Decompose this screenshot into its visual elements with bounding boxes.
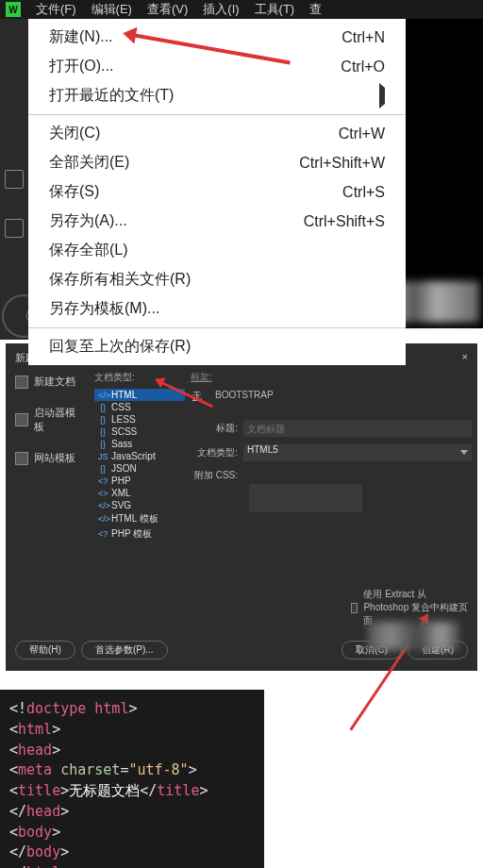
- doctype-label: JSON: [111, 463, 137, 474]
- doctype-item[interactable]: {}Sass: [94, 438, 185, 450]
- preferences-button[interactable]: 首选参数(P)...: [81, 641, 168, 659]
- doctype-label: Sass: [111, 439, 132, 449]
- menu-item[interactable]: 回复至上次的保存(R): [28, 332, 406, 361]
- doctype-label: HTML: [111, 390, 137, 400]
- menu-item-label: 回复至上次的保存(R): [49, 337, 191, 357]
- menu-item-shortcut: Ctrl+Shift+S: [304, 213, 385, 230]
- doctype-select[interactable]: HTML5: [243, 444, 472, 461]
- doctype-item[interactable]: </>HTML: [94, 389, 185, 401]
- doctype-icon: </>: [98, 514, 108, 524]
- chevron-right-icon: [379, 83, 385, 108]
- menu-item-label: 新建(N)...: [49, 27, 113, 47]
- menu-item-label: 打开最近的文件(T): [49, 86, 174, 106]
- dialog-sidebar: 新建文档启动器模板网站模板: [11, 371, 89, 627]
- sidebar-item-icon: [15, 413, 28, 426]
- doctype-label: SCSS: [111, 426, 137, 437]
- doctype-icon: {}: [98, 464, 108, 474]
- blurred-region-2: [368, 622, 458, 650]
- welcome-gutter: [0, 19, 28, 340]
- doctype-item[interactable]: {}SCSS: [94, 426, 185, 438]
- menu-item-label: 关闭(C): [49, 124, 100, 143]
- doctype-item[interactable]: <>XML: [94, 487, 185, 499]
- file-menu-panel: W 文件(F) 编辑(E) 查看(V) 插入(I) 工具(T) 查 〈 新建(N…: [0, 0, 483, 328]
- doctype-label: JavaScript: [111, 451, 156, 461]
- doctype-item[interactable]: </>HTML 模板: [94, 511, 185, 526]
- doctype-icon: {}: [98, 415, 108, 425]
- menu-item-shortcut: Ctrl+N: [341, 29, 385, 46]
- menu-item[interactable]: 另存为模板(M)...: [28, 294, 406, 324]
- menu-item-label: 另存为模板(M)...: [49, 299, 159, 319]
- code-line: <body>: [9, 823, 255, 843]
- sidebar-item-label: 新建文档: [34, 375, 75, 389]
- code-line: </body>: [9, 843, 255, 863]
- menu-item-shortcut: Ctrl+Shift+W: [299, 155, 385, 172]
- attached-css-list[interactable]: [249, 484, 362, 512]
- menu-item[interactable]: 关闭(C)Ctrl+W: [28, 119, 406, 148]
- menu-find-partial[interactable]: 查: [309, 1, 322, 18]
- gutter-icon-1[interactable]: [5, 170, 24, 189]
- menu-edit[interactable]: 编辑(E): [92, 1, 132, 18]
- app-logo: W: [6, 2, 21, 17]
- menubar: W 文件(F) 编辑(E) 查看(V) 插入(I) 工具(T) 查: [0, 0, 483, 19]
- title-label: 标题:: [191, 422, 243, 435]
- doctype-column: 文档类型: </>HTML{}CSS{}LESS{}SCSS{}SassJSJa…: [94, 371, 185, 627]
- doctype-item[interactable]: <?PHP: [94, 475, 185, 487]
- doctype-item[interactable]: {}CSS: [94, 401, 185, 413]
- menu-item[interactable]: 另存为(A)...Ctrl+Shift+S: [28, 207, 406, 236]
- sidebar-item[interactable]: 新建文档: [11, 371, 89, 392]
- menu-item[interactable]: 打开最近的文件(T): [28, 81, 406, 110]
- menu-item-label: 另存为(A)...: [49, 211, 127, 231]
- title-input[interactable]: [243, 420, 472, 437]
- menu-item-label: 全部关闭(E): [49, 153, 129, 173]
- sidebar-item[interactable]: 启动器模板: [11, 402, 89, 438]
- doctype-label: CSS: [111, 402, 131, 412]
- doctype-icon: <?: [98, 529, 108, 539]
- sidebar-item-icon: [15, 452, 28, 465]
- menu-file[interactable]: 文件(F): [36, 1, 76, 18]
- code-line: <head>: [9, 741, 255, 761]
- close-icon[interactable]: ×: [462, 351, 468, 365]
- doctype-item[interactable]: </>SVG: [94, 499, 185, 511]
- doctype-label: LESS: [111, 414, 136, 425]
- menu-item-shortcut: Ctrl+S: [342, 184, 385, 201]
- menu-tools[interactable]: 工具(T): [255, 1, 295, 18]
- framework-tab-bootstrap[interactable]: BOOTSTRAP: [215, 390, 274, 403]
- menu-insert[interactable]: 插入(I): [203, 1, 239, 18]
- doctype-label: XML: [111, 488, 131, 498]
- css-label: 附加 CSS:: [191, 469, 243, 482]
- menu-item-label: 打开(O)...: [49, 57, 113, 76]
- doctype-label: HTML 模板: [111, 512, 158, 526]
- doctype-icon: <>: [98, 489, 108, 498]
- menu-item[interactable]: 保存所有相关文件(R): [28, 265, 406, 294]
- menu-item[interactable]: 保存全部(L): [28, 236, 406, 265]
- sidebar-item-label: 网站模板: [34, 451, 75, 465]
- menu-item[interactable]: 打开(O)...Ctrl+O: [28, 52, 406, 81]
- menu-item-label: 保存所有相关文件(R): [49, 270, 191, 290]
- menu-item[interactable]: 全部关闭(E)Ctrl+Shift+W: [28, 148, 406, 177]
- menu-view[interactable]: 查看(V): [147, 1, 188, 18]
- doctype-header: 文档类型:: [94, 371, 185, 386]
- doctype-label: PHP: [111, 476, 131, 486]
- new-document-dialog: 新建文档 × 新建文档启动器模板网站模板 文档类型: </>HTML{}CSS{…: [6, 343, 477, 671]
- framework-header: 框架:: [191, 371, 472, 390]
- doctype-item[interactable]: <?PHP 模板: [94, 526, 185, 542]
- doctype-icon: {}: [98, 403, 108, 412]
- file-dropdown: 新建(N)...Ctrl+N打开(O)...Ctrl+O打开最近的文件(T)关闭…: [28, 19, 406, 365]
- code-line: <!doctype html>: [9, 699, 255, 720]
- menu-item-shortcut: [372, 88, 385, 105]
- menu-item-shortcut: Ctrl+W: [339, 125, 385, 142]
- doctype-icon: </>: [98, 501, 108, 510]
- ps-extract-checkbox[interactable]: [351, 603, 358, 613]
- doctype-item[interactable]: {}JSON: [94, 462, 185, 475]
- doctype-item[interactable]: {}LESS: [94, 413, 185, 426]
- menu-item[interactable]: 保存(S)Ctrl+S: [28, 177, 406, 207]
- gutter-icon-2[interactable]: [5, 219, 24, 238]
- doctype-item[interactable]: JSJavaScript: [94, 450, 185, 462]
- code-editor: <!doctype html><html><head><meta charset…: [0, 690, 264, 868]
- sidebar-item[interactable]: 网站模板: [11, 447, 89, 469]
- doctype-label: PHP 模板: [111, 527, 152, 541]
- menu-item-shortcut: Ctrl+O: [341, 58, 385, 75]
- help-button[interactable]: 帮助(H): [15, 641, 75, 659]
- doctype-label: 文档类型:: [191, 446, 243, 459]
- code-line: <title>无标题文档</title>: [9, 781, 255, 802]
